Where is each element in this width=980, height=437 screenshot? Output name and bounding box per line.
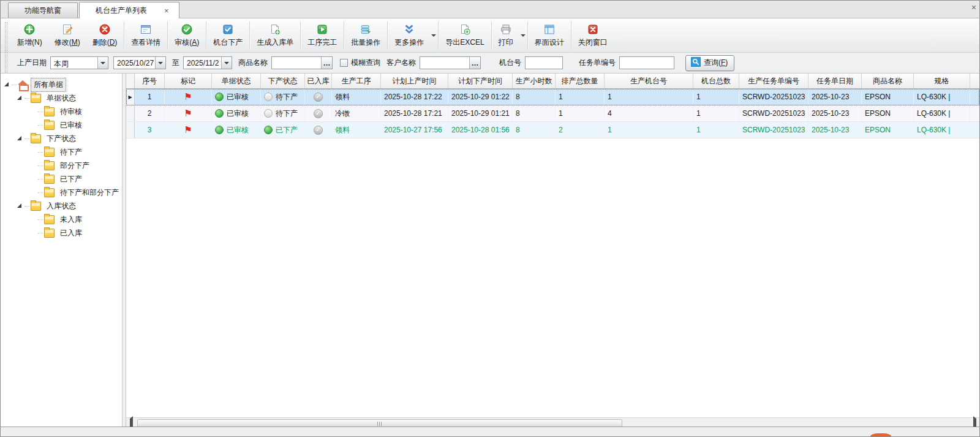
detail-window-icon bbox=[140, 23, 152, 36]
tree-item[interactable]: 部分下产 bbox=[1, 159, 122, 172]
table-row[interactable]: 3 已审核 已下产 领料 2025-10-27 17:56 2025-10-28… bbox=[126, 122, 979, 139]
tree-item-label[interactable]: 已下产 bbox=[57, 172, 85, 186]
tree-item-label[interactable]: 下产状态 bbox=[43, 132, 79, 146]
add-button[interactable]: 新增(N) bbox=[11, 20, 48, 51]
tree-item[interactable]: 待下产和部分下产 bbox=[1, 186, 122, 199]
close-window-button[interactable]: 关闭窗口 bbox=[572, 20, 614, 51]
chevron-down-icon[interactable] bbox=[221, 57, 232, 69]
tree-expander-icon[interactable] bbox=[17, 203, 23, 209]
tab-machine-production-list[interactable]: 机台生产单列表 × bbox=[79, 2, 179, 18]
delete-button[interactable]: 删除(D) bbox=[86, 20, 124, 51]
cell-machine-total: 1 bbox=[693, 105, 739, 121]
column-header[interactable]: 计划下产时间 bbox=[448, 74, 513, 88]
column-header[interactable]: 商品名称 bbox=[862, 74, 914, 88]
tree-item-label[interactable]: 部分下产 bbox=[57, 159, 92, 173]
tree-item[interactable]: 待下产 bbox=[1, 145, 122, 159]
filterbar-grip[interactable] bbox=[5, 50, 7, 77]
column-header[interactable]: 生产任务单编号 bbox=[739, 74, 809, 88]
tree-item-label[interactable]: 待下产 bbox=[57, 145, 85, 159]
export-excel-button[interactable]: 导出EXCEL bbox=[439, 20, 490, 51]
flag-icon bbox=[184, 108, 192, 118]
tree-item[interactable]: 已入库 bbox=[1, 226, 122, 240]
tab-close-icon[interactable]: × bbox=[163, 7, 170, 15]
table-row[interactable]: 2 已审核 待下产 冷镦 2025-10-28 17:21 2025-10-29… bbox=[126, 105, 979, 122]
column-header[interactable]: 生产小时数 bbox=[513, 74, 556, 88]
tree-item-label[interactable]: 待审核 bbox=[57, 105, 85, 119]
to-label: 至 bbox=[172, 58, 179, 68]
product-name-field[interactable]: … bbox=[271, 56, 333, 69]
fuzzy-search-checkbox[interactable] bbox=[340, 59, 348, 67]
tree-item-label[interactable]: 所有单据 bbox=[31, 78, 66, 92]
tree-expander-icon[interactable] bbox=[17, 95, 23, 101]
tab-nav-window[interactable]: 功能导航窗 bbox=[8, 2, 78, 18]
machine-no-field[interactable] bbox=[525, 56, 563, 69]
tree-item-label[interactable]: 单据状态 bbox=[43, 91, 79, 105]
column-header[interactable]: 计划上产时间 bbox=[381, 74, 448, 88]
grid-rows: ▶ 1 已审核 待下产 领料 2025-10-28 17:22 2025-10-… bbox=[126, 89, 979, 139]
cell-process: 领料 bbox=[332, 122, 381, 138]
ui-design-button[interactable]: 界面设计 bbox=[529, 20, 570, 51]
tree-item[interactable]: 下产状态 bbox=[1, 132, 122, 145]
print-dropdown-caret[interactable] bbox=[519, 34, 527, 37]
audit-button[interactable]: 审核(A) bbox=[168, 20, 205, 51]
period-combobox[interactable]: 本周 bbox=[50, 56, 108, 69]
search-button[interactable]: 查询(F) bbox=[685, 55, 734, 71]
more-actions-dropdown-caret[interactable] bbox=[430, 34, 437, 37]
tree-item[interactable]: 已审核 bbox=[1, 118, 122, 132]
date-to-picker[interactable]: 2025/11/2 bbox=[183, 56, 232, 69]
edit-button[interactable]: 修改(M) bbox=[48, 20, 86, 51]
toolbar-separator bbox=[344, 21, 344, 50]
batch-operation-button[interactable]: 批量操作 bbox=[345, 20, 386, 51]
ellipsis-button[interactable]: … bbox=[469, 57, 480, 69]
column-header[interactable]: 已入库 bbox=[305, 74, 332, 88]
tree-item-label[interactable]: 入库状态 bbox=[43, 199, 79, 213]
process-complete-button[interactable]: 工序完工 bbox=[301, 20, 343, 51]
column-header[interactable]: 机台总数 bbox=[693, 74, 739, 88]
tree-expander-icon[interactable] bbox=[4, 82, 10, 88]
machine-down-button[interactable]: 机台下产 bbox=[207, 20, 249, 51]
tree-item[interactable]: 已下产 bbox=[1, 172, 122, 186]
tree-item[interactable]: 未入库 bbox=[1, 213, 122, 226]
tree-item-label[interactable]: 未入库 bbox=[57, 213, 85, 227]
tree-expander-icon[interactable] bbox=[17, 135, 23, 142]
column-header[interactable]: 任务单日期 bbox=[809, 74, 862, 88]
column-header[interactable]: 序号 bbox=[135, 74, 165, 88]
cell-task-date: 2025-10-23 bbox=[809, 122, 862, 138]
tree-item-label[interactable]: 已入库 bbox=[57, 226, 85, 240]
column-header[interactable]: 单据状态 bbox=[212, 74, 261, 88]
tree-item[interactable]: 入库状态 bbox=[1, 199, 122, 213]
window-close-icon[interactable]: × bbox=[971, 3, 976, 12]
customer-name-field[interactable]: … bbox=[420, 56, 481, 69]
column-header[interactable]: 排产总数量 bbox=[556, 74, 605, 88]
machine-no-input[interactable] bbox=[526, 57, 562, 69]
more-actions-button[interactable]: 更多操作 bbox=[388, 20, 430, 51]
view-detail-button[interactable]: 查看详情 bbox=[125, 20, 167, 51]
table-row[interactable]: ▶ 1 已审核 待下产 领料 2025-10-28 17:22 2025-10-… bbox=[126, 89, 979, 105]
tree-item-label[interactable]: 已审核 bbox=[57, 118, 85, 132]
toolbar-grip[interactable] bbox=[5, 22, 7, 49]
column-header[interactable]: 生产机台号 bbox=[605, 74, 693, 88]
task-no-input[interactable] bbox=[620, 57, 674, 69]
print-button[interactable]: 打印 bbox=[492, 20, 519, 51]
ellipsis-button[interactable]: … bbox=[321, 57, 332, 69]
date-from-picker[interactable]: 2025/10/27 bbox=[113, 56, 166, 69]
cell-seq: 2 bbox=[135, 105, 165, 121]
column-header[interactable]: 标记 bbox=[165, 74, 212, 88]
tree-item[interactable]: 待审核 bbox=[1, 105, 122, 118]
row-selector-cell[interactable] bbox=[126, 105, 135, 121]
column-header[interactable]: 下产状态 bbox=[261, 74, 305, 88]
row-selector-cell[interactable] bbox=[126, 122, 135, 138]
status-dot-icon bbox=[264, 93, 273, 101]
generate-inbound-button[interactable]: 生成入库单 bbox=[251, 20, 300, 51]
customer-name-input[interactable] bbox=[420, 57, 469, 69]
chevron-down-icon[interactable] bbox=[155, 57, 165, 69]
product-name-input[interactable] bbox=[272, 57, 321, 69]
chevron-down-icon[interactable] bbox=[97, 57, 108, 69]
row-selector-cell[interactable]: ▶ bbox=[126, 89, 135, 105]
column-header[interactable]: 规格 bbox=[914, 74, 970, 88]
task-no-field[interactable] bbox=[619, 56, 674, 69]
tree-item-label[interactable]: 待下产和部分下产 bbox=[57, 186, 122, 200]
tree-item[interactable]: 单据状态 bbox=[1, 91, 122, 105]
column-header[interactable]: 生产工序 bbox=[332, 74, 381, 88]
tree-item[interactable]: 所有单据 bbox=[1, 78, 122, 91]
